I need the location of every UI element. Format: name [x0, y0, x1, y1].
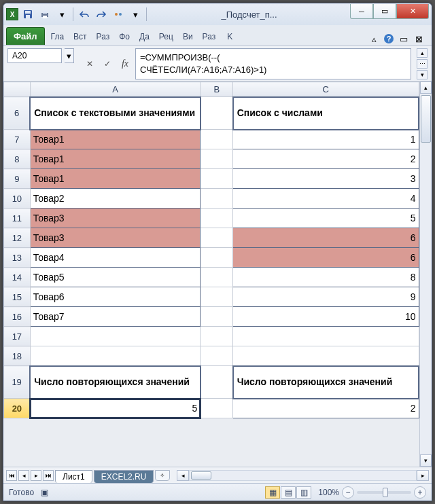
- scroll-thumb[interactable]: [191, 471, 211, 480]
- page-layout-view-icon[interactable]: ▤: [281, 486, 296, 499]
- row-header[interactable]: 12: [4, 228, 31, 248]
- cell[interactable]: [201, 169, 233, 189]
- cell[interactable]: 3: [233, 169, 419, 189]
- macro-record-icon[interactable]: ▣: [41, 488, 48, 497]
- new-sheet-icon[interactable]: ✧: [155, 470, 170, 481]
- save-icon[interactable]: [20, 7, 35, 22]
- cell[interactable]: Товар5: [30, 268, 201, 287]
- normal-view-icon[interactable]: ▦: [265, 486, 280, 499]
- col-header[interactable]: C: [233, 82, 419, 97]
- cell[interactable]: Список с числами: [233, 97, 419, 130]
- ribbon-tab[interactable]: Рец: [154, 28, 178, 45]
- col-header[interactable]: A: [30, 82, 201, 97]
- sheet-tab[interactable]: EXCEL2.RU: [94, 470, 154, 483]
- cell[interactable]: 2: [233, 149, 419, 169]
- qat-custom-icon[interactable]: [111, 7, 126, 22]
- scroll-down-icon[interactable]: ▾: [420, 454, 432, 467]
- scroll-left-icon[interactable]: ◂: [177, 470, 189, 481]
- qat-dropdown-icon[interactable]: ▾: [54, 7, 69, 22]
- cell[interactable]: Товар3: [30, 209, 201, 228]
- name-box-dropdown-icon[interactable]: ▾: [65, 48, 74, 63]
- zoom-value[interactable]: 100%: [318, 488, 339, 497]
- scroll-track[interactable]: [420, 94, 432, 454]
- cancel-formula-icon[interactable]: ✕: [82, 56, 97, 71]
- sheet-tab-active[interactable]: Лист1: [55, 470, 92, 483]
- cell[interactable]: [201, 97, 233, 130]
- cell[interactable]: [201, 399, 233, 418]
- ribbon-tab[interactable]: Ви: [178, 28, 198, 45]
- formula-expand-icon[interactable]: ⋯: [417, 59, 428, 69]
- cell[interactable]: Товар4: [30, 248, 201, 268]
- formula-scroll-up-icon[interactable]: ▴: [417, 48, 428, 58]
- row-header[interactable]: 20: [4, 399, 31, 418]
- cell[interactable]: Товар7: [30, 307, 201, 327]
- zoom-out-icon[interactable]: −: [342, 486, 354, 499]
- cell[interactable]: [201, 307, 233, 327]
- zoom-slider[interactable]: [357, 491, 411, 494]
- cell[interactable]: [201, 189, 233, 209]
- doc-restore-icon[interactable]: ▭: [398, 33, 410, 45]
- row-header[interactable]: 11: [4, 209, 31, 228]
- spreadsheet-grid[interactable]: A B C 6 Список с текстовыми значениями С…: [3, 82, 419, 418]
- row-header[interactable]: 7: [4, 130, 31, 149]
- sheet-nav-first-icon[interactable]: ⏮: [6, 470, 17, 481]
- cell[interactable]: [201, 149, 233, 169]
- cell[interactable]: [201, 366, 233, 399]
- row-header[interactable]: 10: [4, 189, 31, 209]
- ribbon-tab[interactable]: Гла: [46, 28, 69, 45]
- sheet-nav-next-icon[interactable]: ▸: [31, 470, 41, 481]
- enter-formula-icon[interactable]: ✓: [100, 56, 115, 71]
- doc-close-icon[interactable]: ⊠: [413, 33, 425, 45]
- cell[interactable]: [30, 327, 201, 346]
- cell[interactable]: 10: [233, 307, 419, 327]
- qat-more-icon[interactable]: ▾: [128, 7, 143, 22]
- cell[interactable]: [201, 346, 233, 366]
- select-all-corner[interactable]: [4, 82, 31, 97]
- help-icon[interactable]: ?: [383, 33, 395, 45]
- undo-icon[interactable]: [77, 7, 92, 22]
- cell[interactable]: Товар2: [30, 189, 201, 209]
- sheet-nav-prev-icon[interactable]: ◂: [18, 470, 29, 481]
- cell[interactable]: Товар6: [30, 287, 201, 307]
- cell[interactable]: Товар1: [30, 169, 201, 189]
- cell[interactable]: [30, 346, 201, 366]
- sheet-nav-last-icon[interactable]: ⏭: [43, 470, 54, 481]
- close-button[interactable]: ✕: [396, 4, 429, 19]
- scroll-thumb[interactable]: [421, 95, 431, 143]
- page-break-view-icon[interactable]: ▥: [296, 486, 311, 499]
- row-header[interactable]: 18: [4, 346, 31, 366]
- cell[interactable]: [201, 228, 233, 248]
- cell[interactable]: [201, 268, 233, 287]
- vertical-scrollbar[interactable]: ▴ ▾: [419, 82, 432, 467]
- cell[interactable]: Товар1: [30, 149, 201, 169]
- ribbon-tab[interactable]: Раз: [92, 28, 115, 45]
- cell[interactable]: Число повторяющихся значений: [233, 366, 419, 399]
- cell[interactable]: 4: [233, 189, 419, 209]
- row-header[interactable]: 6: [4, 97, 31, 130]
- cell[interactable]: Товар3: [30, 228, 201, 248]
- ribbon-tab[interactable]: Фо: [114, 28, 135, 45]
- scroll-up-icon[interactable]: ▴: [420, 82, 432, 94]
- cell[interactable]: 6: [233, 228, 419, 248]
- cell[interactable]: [201, 130, 233, 149]
- ribbon-tab[interactable]: Вст: [69, 28, 92, 45]
- row-header[interactable]: 8: [4, 149, 31, 169]
- zoom-in-icon[interactable]: +: [414, 486, 426, 499]
- quick-print-icon[interactable]: [37, 7, 52, 22]
- redo-icon[interactable]: [94, 7, 109, 22]
- scroll-track[interactable]: [189, 470, 417, 481]
- ribbon-minimize-icon[interactable]: ▵: [368, 33, 380, 45]
- cell[interactable]: 2: [233, 399, 419, 418]
- cell[interactable]: 6: [233, 248, 419, 268]
- ribbon-tab[interactable]: Раз: [198, 28, 221, 45]
- cell[interactable]: [201, 287, 233, 307]
- row-header[interactable]: 17: [4, 327, 31, 346]
- maximize-button[interactable]: ▭: [373, 4, 396, 19]
- ribbon-tab[interactable]: K: [220, 28, 239, 45]
- row-header[interactable]: 13: [4, 248, 31, 268]
- cell[interactable]: 1: [233, 130, 419, 149]
- col-header[interactable]: B: [201, 82, 233, 97]
- horizontal-scrollbar[interactable]: ◂ ▸: [177, 470, 429, 481]
- insert-function-icon[interactable]: fx: [118, 56, 133, 71]
- row-header[interactable]: 19: [4, 366, 31, 399]
